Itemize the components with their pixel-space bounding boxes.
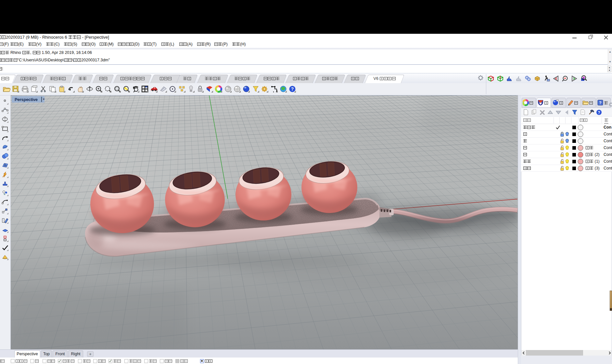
svg-text:?: ? [291,86,294,92]
svg-text:?: ? [598,110,600,115]
svg-text:?: ? [599,101,601,105]
